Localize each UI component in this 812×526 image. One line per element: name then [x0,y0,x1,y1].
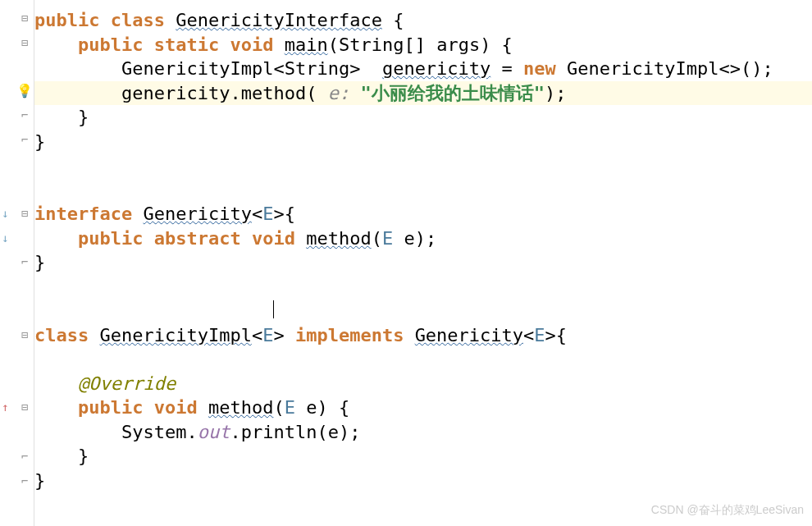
code-line[interactable]: class GenericityImpl<E> implements Gener… [34,323,812,348]
arrow-up-icon: ↑ [2,400,8,414]
fold-end-icon[interactable]: ⌐ [18,108,31,121]
fold-icon[interactable]: ⊟ [18,11,31,25]
code-line[interactable]: public abstract void method(E e); [34,226,812,251]
code-line[interactable] [34,347,812,372]
fold-icon[interactable]: ⊟ [18,400,31,414]
code-line[interactable]: @Override [34,372,812,396]
fold-icon[interactable]: ⊟ [18,328,31,341]
code-line[interactable]: } [34,469,812,493]
code-line[interactable]: public static void main(String[] args) { [34,33,812,57]
arrow-down-icon: ↓ [2,231,8,245]
code-line[interactable] [34,178,812,203]
code-line[interactable]: public void method(E e) { [34,396,812,420]
code-line-highlighted[interactable]: genericity.method( e: "小丽给我的土味情话"); [34,81,812,106]
code-line[interactable]: System.out.println(e); [34,420,812,445]
fold-end-icon[interactable]: ⌐ [18,133,31,146]
code-line[interactable]: } [34,130,812,154]
fold-icon[interactable]: ⊟ [18,36,31,49]
code-line[interactable]: GenericityImpl<String> genericity = new … [34,57,812,81]
arrow-down-icon: ↓ [2,207,8,220]
fold-end-icon[interactable]: ⌐ [18,255,31,268]
watermark: CSDN @奋斗的菜鸡LeeSivan [651,503,804,518]
code-area[interactable]: public class GenericityInterface { publi… [34,0,812,526]
code-line[interactable]: } [34,444,812,469]
code-line[interactable] [34,153,812,178]
gutter: ⊟ ⊟ 💡 ⌐ ⌐ ↓ ⊟ ↓ ⌐ ⊟ ↑ ⊟ ⌐ ⌐ [0,0,34,526]
code-line[interactable]: interface Genericity<E>{ [34,202,812,226]
text-cursor [273,300,274,318]
lightbulb-icon[interactable]: 💡 [18,84,31,97]
fold-end-icon[interactable]: ⌐ [18,450,31,463]
code-line[interactable] [34,275,812,300]
code-line[interactable] [34,299,812,323]
code-line[interactable]: public class GenericityInterface { [34,8,812,33]
code-editor: ⊟ ⊟ 💡 ⌐ ⌐ ↓ ⊟ ↓ ⌐ ⊟ ↑ ⊟ ⌐ ⌐ public class… [0,0,812,526]
code-line[interactable]: } [34,250,812,275]
fold-end-icon[interactable]: ⌐ [18,474,31,487]
code-line[interactable]: } [34,105,812,130]
fold-icon[interactable]: ⊟ [18,207,31,220]
